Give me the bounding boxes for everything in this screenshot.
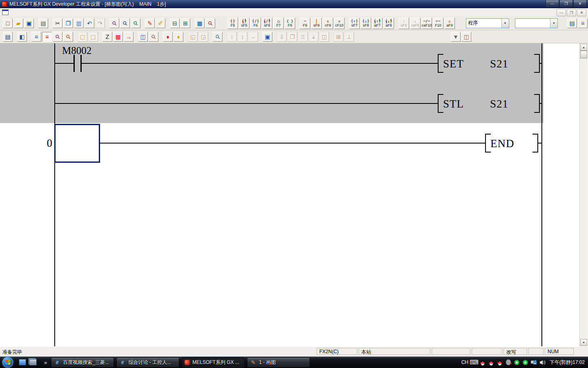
write-mode-button[interactable]: ✎ <box>145 18 155 28</box>
copy-button[interactable]: ❐ <box>63 18 73 28</box>
instruction-opcode[interactable]: SET <box>443 58 464 70</box>
delete-vertical-line-button[interactable]: ✕ cF10 <box>334 18 345 29</box>
menu-item[interactable] <box>36 11 45 13</box>
menu-item[interactable] <box>77 11 85 13</box>
comment-search-button[interactable]: ⚲ <box>205 18 215 28</box>
instruction-opcode[interactable]: END <box>490 138 514 149</box>
new-project-button[interactable]: □ <box>3 18 13 28</box>
convert-run-button[interactable]: ▦ <box>113 32 123 42</box>
convert-button[interactable]: Z <box>102 32 112 42</box>
close-button[interactable]: ✕ <box>573 0 587 7</box>
volume-icon[interactable] <box>539 359 546 366</box>
menu-item[interactable] <box>12 11 20 13</box>
gx-developer-button[interactable]: MELSOFT系列 GX ... <box>182 357 245 368</box>
screen-switch-button[interactable]: ▦ <box>195 18 205 28</box>
scroll-down-button[interactable]: ▼ <box>580 339 587 346</box>
declaration-red-button[interactable]: ♦ <box>163 32 173 42</box>
vertical-line-button[interactable]: │ sF9 <box>311 18 322 29</box>
invert-result-button[interactable]: ─/─ caF10 <box>421 18 432 29</box>
delete-horizontal-line-button[interactable]: ✕ cF9 <box>323 18 333 29</box>
parallel-closed-contact-button[interactable]: ┧/┞ sF6 <box>262 18 272 29</box>
combo-dropdown-icon[interactable]: ▼ <box>550 19 557 28</box>
open-contact-button[interactable]: ┤├ F5 <box>227 18 238 29</box>
restore-button[interactable]: ❐ <box>559 0 573 7</box>
find-string-button[interactable]: ⚲ <box>131 18 140 28</box>
horizontal-line-button[interactable]: ─ F9 <box>300 18 310 29</box>
paste-button[interactable]: ▥ <box>74 18 84 28</box>
qq-offline-icon[interactable] <box>505 359 512 366</box>
vertical-scrollbar[interactable]: ▲ ▼ <box>579 43 588 346</box>
ladder-editor[interactable]: M8002 SET S21 STL S21 0 END ▲ ▼ <box>0 43 588 346</box>
contact-device-label[interactable]: M8002 <box>62 45 91 56</box>
monitor-mode-button[interactable]: ✐ <box>156 18 165 28</box>
comment-display-button[interactable]: ≡ <box>31 32 41 42</box>
menu-item[interactable] <box>69 11 77 13</box>
qq-penguin-icon[interactable] <box>488 359 494 366</box>
declaration-yellow-button[interactable]: ♦ <box>174 32 183 42</box>
qq-penguin-icon[interactable] <box>497 359 503 366</box>
antivirus-icon[interactable] <box>514 359 520 366</box>
parallel-rising-pulse-button[interactable]: ┧↑┞ aF7 <box>372 18 383 29</box>
ladder-logic-test-button[interactable]: ◧ <box>17 32 27 42</box>
menu-item[interactable] <box>28 11 36 13</box>
convert-all-button[interactable]: → <box>124 32 134 42</box>
device-timer-button[interactable]: ⚲ <box>149 32 158 42</box>
instruction-operand[interactable]: S21 <box>490 99 508 110</box>
cut-button[interactable]: ✂ <box>53 18 62 28</box>
parallel-open-contact-button[interactable]: ┧┞ sF5 <box>239 18 249 29</box>
coil-button[interactable]: ◯ F7 <box>273 18 284 29</box>
status-edit-mode[interactable]: 改写 <box>503 348 527 355</box>
parallel-falling-pulse-button[interactable]: ┧↓┞ aF8 <box>383 18 394 29</box>
ie-button[interactable]: e 百度视频搜索_三菱... <box>51 357 114 368</box>
device-find-button[interactable]: ⚲ <box>63 32 73 42</box>
start-button[interactable] <box>2 357 13 368</box>
filter-display-button[interactable]: ▼ <box>451 32 461 42</box>
network-icon[interactable] <box>531 359 537 366</box>
open-project-button[interactable]: ▰ <box>13 18 23 28</box>
project-data-list-button[interactable]: ▤ <box>3 32 13 42</box>
scrollbar-thumb[interactable] <box>580 51 587 58</box>
zoom-out-button[interactable]: ⊟ <box>170 18 180 28</box>
language-indicator[interactable]: CH <box>461 359 468 365</box>
show-desktop-icon[interactable] <box>19 359 26 366</box>
device-comment-edit-button[interactable]: ◫ <box>138 32 148 42</box>
minimize-button[interactable]: — <box>546 0 559 7</box>
save-project-button[interactable]: ▣ <box>24 18 34 28</box>
monitor-window-button[interactable]: ▣ <box>263 32 272 42</box>
combo-dropdown-icon[interactable]: ▼ <box>501 19 509 28</box>
falling-pulse-button[interactable]: ┤↓├ sF8 <box>361 18 371 29</box>
antivirus-icon[interactable] <box>522 359 529 366</box>
statement-display-button[interactable]: ≡ <box>42 32 52 42</box>
qq-penguin-icon[interactable] <box>479 359 486 366</box>
program-name-combo[interactable]: ▼ <box>515 18 558 28</box>
paint-button[interactable]: ✎ 1 - 画图 <box>247 357 310 368</box>
edit-cursor-cell[interactable] <box>54 124 100 163</box>
find-device-button[interactable]: ⚲ <box>120 18 130 28</box>
menu-item[interactable] <box>61 11 69 13</box>
zoom-in-button[interactable]: ⊞ <box>180 18 190 28</box>
device-list-monitor-button[interactable]: ◫ <box>461 32 471 42</box>
horizontal-branch-button[interactable]: ⌐─ F10 <box>433 18 443 29</box>
undo-button[interactable]: ↶ <box>85 18 94 28</box>
ie-button[interactable]: e 综合讨论 - 工控人... <box>116 357 179 368</box>
mdi-document-icon[interactable] <box>2 9 9 15</box>
menu-item[interactable] <box>45 11 53 13</box>
mdi-minimize-button[interactable]: — <box>557 9 566 16</box>
program-type-combo[interactable]: 程序 ▼ <box>466 18 509 28</box>
menu-item[interactable] <box>85 11 94 13</box>
menu-item[interactable] <box>20 11 28 13</box>
mdi-close-button[interactable]: ✕ <box>577 9 586 16</box>
taskbar-clock[interactable]: 下午(郭静)17:02 <box>550 359 585 366</box>
print-button[interactable]: ▤ <box>38 18 48 28</box>
menu-item[interactable] <box>53 11 61 13</box>
closed-contact-button[interactable]: ┤/├ F6 <box>250 18 261 29</box>
quick-launch-overflow-chevron[interactable]: » <box>44 359 47 366</box>
application-instruction-button[interactable]: { } F8 <box>285 18 295 29</box>
mdi-restore-button[interactable]: ❐ <box>567 9 576 16</box>
project-verify-button[interactable]: ▤ <box>567 18 577 28</box>
instruction-opcode[interactable]: STL <box>443 99 464 110</box>
data-tree-button[interactable]: ≡ <box>578 18 588 28</box>
keyboard-icon[interactable]: ⌨ <box>471 359 477 366</box>
instruction-operand[interactable]: S21 <box>490 58 508 70</box>
rising-pulse-button[interactable]: ┤↑├ sF7 <box>349 18 360 29</box>
